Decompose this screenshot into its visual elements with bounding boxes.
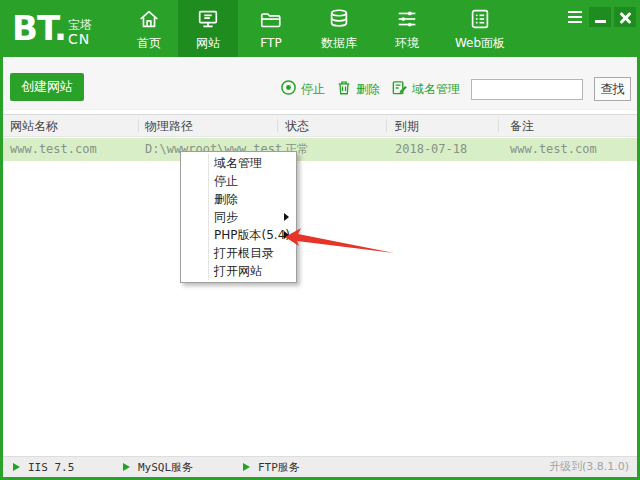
menu-item-open-root-dir[interactable]: 打开根目录 [181, 244, 296, 262]
column-path: 物理路径 [145, 115, 193, 137]
stop-action[interactable]: 停止 [280, 79, 325, 99]
table-empty-area [3, 161, 637, 456]
tab-web-panel-label: Web面板 [455, 35, 505, 52]
table-header: 网站名称 物理路径 状态 到期 备注 [3, 114, 637, 137]
domain-manage-action-label: 域名管理 [412, 81, 460, 98]
submenu-arrow-icon [284, 213, 289, 221]
cell-site-name: www.test.com [10, 138, 97, 161]
website-icon [196, 6, 220, 32]
delete-action[interactable]: 删除 [336, 79, 380, 99]
main-nav: 首页 网站 FTP 数据库 [120, 0, 520, 57]
search-button[interactable]: 查找 [594, 77, 631, 101]
stop-action-label: 停止 [301, 81, 325, 98]
play-icon [123, 463, 130, 471]
home-icon [137, 6, 161, 32]
logo-bt-text: BT. [12, 9, 66, 47]
column-status: 状态 [285, 115, 309, 137]
tab-websites[interactable]: 网站 [178, 0, 238, 57]
tab-database-label: 数据库 [321, 35, 357, 52]
service-iis-label: IIS 7.5 [28, 461, 74, 474]
play-icon [243, 463, 250, 471]
menu-item-open-site[interactable]: 打开网站 [181, 262, 296, 280]
environment-icon [395, 6, 419, 32]
web-panel-icon [468, 6, 492, 32]
domain-manage-action[interactable]: 域名管理 [391, 79, 460, 99]
cell-note: www.test.com [510, 138, 597, 161]
trash-icon [336, 79, 352, 99]
menu-item-domain-manage[interactable]: 域名管理 [181, 154, 296, 172]
column-note: 备注 [510, 115, 534, 137]
tab-home[interactable]: 首页 [120, 0, 178, 57]
database-icon [327, 6, 351, 32]
tab-ftp[interactable]: FTP [238, 0, 304, 57]
content-area: 创建网站 停止 删除 域名 [3, 57, 637, 477]
menu-item-php-version[interactable]: PHP版本(5.4) [181, 226, 296, 244]
bt-logo: BT. 宝塔 CN [12, 9, 92, 47]
stop-icon [280, 79, 297, 99]
tab-ftp-label: FTP [260, 36, 281, 50]
create-site-button[interactable]: 创建网站 [10, 73, 84, 101]
app-window: BT. 宝塔 CN 首页 网站 [0, 0, 640, 480]
column-site-name: 网站名称 [10, 115, 58, 137]
menu-item-sync[interactable]: 同步 [181, 208, 296, 226]
submenu-arrow-icon [284, 231, 289, 239]
search-input[interactable] [471, 79, 583, 100]
menu-item-stop[interactable]: 停止 [181, 172, 296, 190]
tab-websites-label: 网站 [196, 35, 220, 52]
service-ftp[interactable]: FTP服务 [243, 457, 300, 477]
tab-database[interactable]: 数据库 [304, 0, 374, 57]
app-header: BT. 宝塔 CN 首页 网站 [0, 0, 640, 57]
tab-environment-label: 环境 [395, 35, 419, 52]
context-menu: 域名管理 停止 删除 同步 PHP版本(5.4) 打开根目录 打开网站 [180, 151, 297, 283]
domain-edit-icon [391, 79, 408, 99]
table-row[interactable]: www.test.com D:\wwwroot\www.test 正常 2018… [3, 138, 637, 161]
menu-item-delete[interactable]: 删除 [181, 190, 296, 208]
tab-web-panel[interactable]: Web面板 [440, 0, 520, 57]
tab-environment[interactable]: 环境 [374, 0, 440, 57]
service-mysql[interactable]: MySQL服务 [123, 457, 193, 477]
upgrade-link[interactable]: 升级到(3.8.1.0) [549, 457, 629, 477]
service-iis[interactable]: IIS 7.5 [13, 457, 74, 477]
tab-home-label: 首页 [137, 35, 161, 52]
ftp-folder-icon [259, 7, 283, 33]
delete-action-label: 删除 [356, 81, 380, 98]
status-bar: IIS 7.5 MySQL服务 FTP服务 升级到(3.8.1.0) [3, 456, 637, 477]
menu-icon[interactable] [564, 7, 586, 27]
toolbar: 创建网站 停止 删除 域名 [3, 57, 637, 110]
minimize-icon[interactable] [589, 7, 611, 27]
service-ftp-label: FTP服务 [258, 460, 300, 475]
play-icon [13, 463, 20, 471]
window-controls [564, 7, 636, 27]
column-expiry: 到期 [395, 115, 419, 137]
close-icon[interactable] [614, 7, 636, 27]
logo-cn-text: CN [68, 32, 92, 46]
cell-expiry: 2018-07-18 [395, 138, 467, 161]
service-mysql-label: MySQL服务 [138, 460, 193, 475]
